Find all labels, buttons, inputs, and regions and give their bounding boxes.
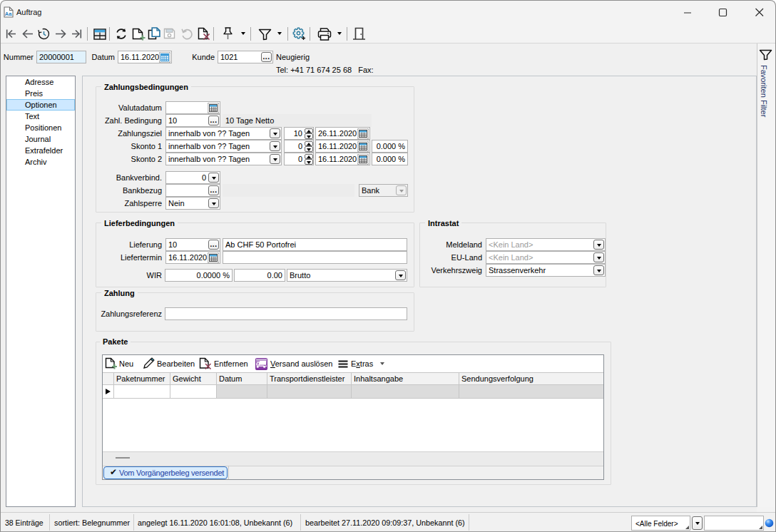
svg-text:Aa: Aa bbox=[5, 11, 12, 17]
